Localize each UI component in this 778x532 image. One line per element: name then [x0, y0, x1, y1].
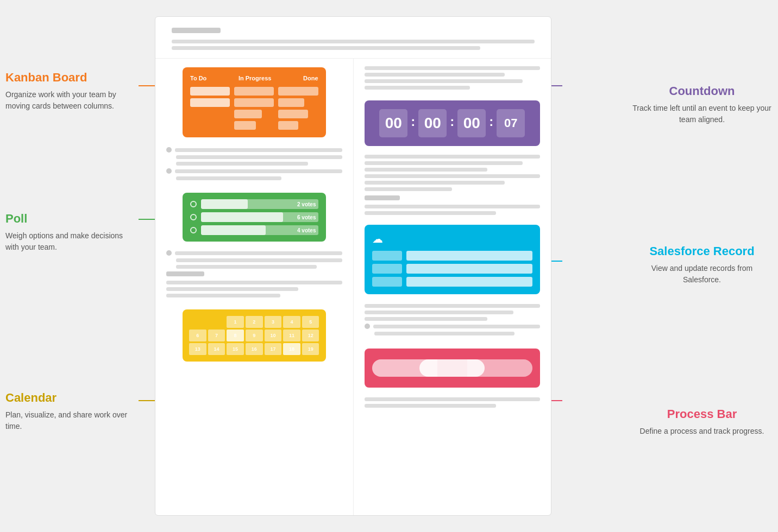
cal-cell-empty	[208, 316, 225, 328]
kanban-lane-inprogress	[234, 87, 274, 130]
line	[365, 397, 541, 401]
salesforce-title: Salesforce Record	[631, 244, 773, 258]
poll-bar: 6 votes	[201, 212, 318, 222]
cal-cell: 5	[302, 316, 319, 328]
dot	[166, 250, 172, 256]
process-track	[372, 359, 533, 377]
poll-votes-2: 6 votes	[297, 214, 316, 220]
process-section	[354, 341, 551, 393]
poll-bar: 2 votes	[201, 199, 318, 209]
salesforce-label-block: Salesforce Record View and update record…	[631, 244, 773, 286]
salesforce-section: ☁	[354, 219, 551, 300]
line	[365, 73, 505, 77]
line	[175, 148, 342, 152]
process-widget	[365, 349, 541, 388]
cal-cell: 19	[302, 343, 319, 355]
cal-cell: 7	[208, 330, 225, 341]
poll-fill	[201, 225, 266, 235]
kanban-item	[190, 87, 230, 96]
dot	[166, 147, 172, 153]
right-top-lines	[354, 59, 551, 95]
kanban-col3-label: Done	[303, 75, 318, 81]
poll-circle	[190, 214, 197, 220]
line	[365, 311, 514, 314]
line	[166, 281, 342, 284]
kanban-label-block: Kanban Board Organize work with your tea…	[5, 71, 136, 112]
cal-cell: 2	[246, 316, 263, 328]
poll-votes-3: 4 votes	[297, 227, 316, 233]
line	[365, 205, 541, 208]
line	[176, 258, 342, 262]
poll-circle	[190, 201, 197, 207]
poll-desc: Weigh options and make decisions with yo…	[5, 230, 136, 253]
line	[175, 169, 342, 173]
line	[365, 168, 487, 172]
cal-cell: 6	[189, 330, 206, 341]
calendar-grid: 1 2 3 4 5 6 7 8 9 10 11 12 13	[189, 316, 319, 355]
line	[365, 66, 541, 70]
sf-row-2	[372, 264, 533, 274]
countdown-title: Countdown	[631, 84, 773, 98]
kanban-widget: To Do In Progress Done	[183, 67, 326, 137]
kanban-header: To Do In Progress Done	[190, 75, 318, 81]
kanban-item	[234, 98, 274, 107]
poll-label-block: Poll Weigh options and make decisions wi…	[5, 212, 136, 253]
countdown-ms: 07	[497, 109, 525, 137]
line	[365, 181, 505, 185]
dot-line-right	[365, 324, 541, 329]
poll-widget: 2 votes 6 votes	[183, 193, 326, 242]
top-title-placeholder	[172, 28, 221, 33]
two-col-layout: To Do In Progress Done	[155, 59, 551, 516]
process-desc: Define a process and track progress.	[631, 426, 773, 437]
line	[365, 174, 541, 178]
small-title	[166, 271, 204, 276]
cal-cell: 9	[246, 330, 263, 341]
calendar-widget: 1 2 3 4 5 6 7 8 9 10 11 12 13	[183, 309, 326, 362]
countdown-sep1: :	[411, 114, 415, 129]
countdown-minutes: 00	[418, 109, 447, 137]
kanban-item	[234, 110, 262, 118]
line	[365, 161, 523, 165]
cal-cell: 16	[246, 343, 263, 355]
cal-cell: 8	[227, 330, 244, 341]
line	[365, 187, 453, 191]
line	[166, 287, 298, 291]
salesforce-widget: ☁	[365, 225, 541, 294]
kanban-item	[234, 87, 274, 96]
line	[176, 176, 281, 180]
dot-line-3	[166, 250, 342, 256]
line	[365, 79, 523, 83]
sf-value	[406, 251, 533, 261]
line	[374, 332, 515, 335]
right-labels: Countdown Track time left until an event…	[620, 0, 778, 532]
left-labels: Kanban Board Organize work with your tea…	[0, 0, 147, 532]
calendar-section: 1 2 3 4 5 6 7 8 9 10 11 12 13	[155, 302, 353, 367]
cal-cell: 13	[189, 343, 206, 355]
salesforce-desc: View and update records from Salesforce.	[631, 263, 773, 286]
poll-title: Poll	[5, 212, 136, 226]
countdown-sep3: :	[489, 114, 493, 129]
countdown-label-block: Countdown Track time left until an event…	[631, 84, 773, 125]
kanban-col2-label: In Progress	[239, 75, 272, 81]
kanban-section: To Do In Progress Done	[155, 59, 353, 145]
poll-fill	[201, 199, 248, 209]
cal-cell: 3	[265, 316, 282, 328]
cal-cell: 15	[227, 343, 244, 355]
calendar-desc: Plan, visualize, and share work over tim…	[5, 409, 136, 432]
process-title: Process Bar	[631, 407, 773, 421]
line	[365, 155, 541, 159]
sf-label	[372, 251, 402, 261]
sf-row-1	[372, 251, 533, 261]
calendar-label-block: Calendar Plan, visualize, and share work…	[5, 391, 136, 432]
cal-cell: 17	[265, 343, 282, 355]
sf-label	[372, 264, 402, 274]
poll-circle	[190, 227, 197, 233]
dot-line-1	[166, 147, 342, 153]
line	[176, 265, 317, 269]
cal-cell: 10	[265, 330, 282, 341]
kanban-item	[278, 110, 308, 118]
countdown-hours: 00	[379, 109, 407, 137]
dot	[365, 324, 370, 329]
line	[176, 162, 308, 166]
countdown-section: 00 : 00 : 00 : 07	[354, 95, 551, 151]
